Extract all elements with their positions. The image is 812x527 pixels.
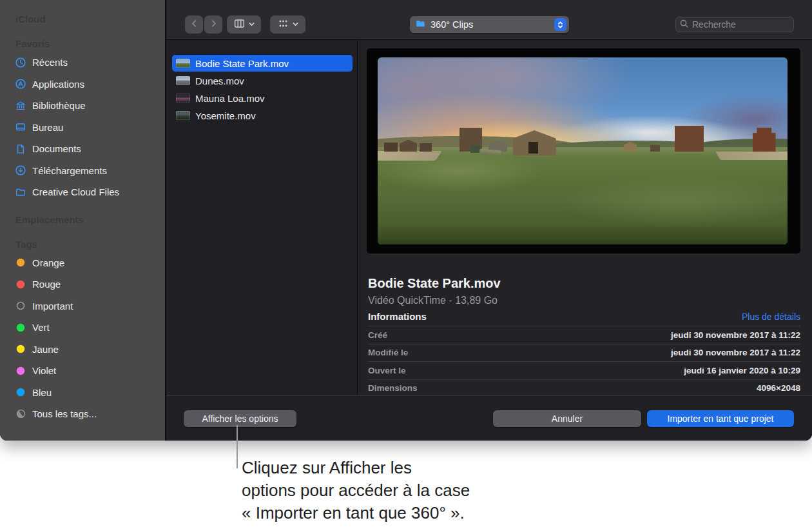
desktop-icon	[14, 121, 27, 134]
sidebar-item-bureau[interactable]: Bureau	[0, 117, 165, 139]
tag-dot-icon	[14, 343, 27, 355]
sidebar-item-jaune[interactable]: Jaune	[0, 339, 165, 361]
sidebar-item-applications[interactable]: Applications	[0, 74, 165, 95]
sidebar-item-bibliotheque[interactable]: Bibliothèque	[0, 95, 165, 117]
tag-dot-icon	[14, 364, 27, 377]
folder-icon	[14, 186, 27, 199]
sidebar-item-label: Violet	[32, 365, 56, 376]
window-content: 360° Clips Bodie State Park.movDunes.mov…	[166, 0, 812, 441]
info-row-value: 4096×2048	[757, 383, 800, 393]
sidebar-item-orange[interactable]: Orange	[0, 252, 165, 274]
sidebar-item-label: Récents	[32, 57, 68, 68]
sidebar-item-recents[interactable]: Récents	[0, 52, 165, 74]
file-name: Dunes.mov	[195, 75, 244, 86]
file-title: Bodie State Park.mov	[368, 275, 800, 291]
caption-line: Cliquez sur Afficher les	[242, 457, 470, 479]
file-name: Yosemite.mov	[195, 110, 256, 121]
group-icon	[277, 17, 289, 32]
sidebar-item-telechargements[interactable]: Téléchargements	[0, 160, 165, 182]
info-row-label: Créé	[368, 330, 387, 340]
sidebar-item-important[interactable]: Important	[0, 295, 165, 317]
file-row-mauna-loa-mov[interactable]: Mauna Loa.mov	[172, 90, 353, 106]
group-by-button[interactable]	[270, 15, 305, 34]
info-row-value: jeudi 30 novembre 2017 à 11:22	[671, 348, 800, 357]
photo-road	[715, 152, 788, 160]
tag-dot-icon	[14, 278, 27, 291]
info-row-value: jeudi 30 novembre 2017 à 11:22	[671, 330, 800, 340]
import-as-project-button[interactable]: Importer en tant que projet	[647, 410, 794, 427]
folder-popup-label: 360° Clips	[430, 19, 554, 30]
sidebar-item-label: Orange	[32, 257, 64, 268]
file-subtitle: Vidéo QuickTime - 13,89 Go	[368, 294, 800, 307]
info-row-dimensions: Dimensions4096×2048	[368, 379, 800, 397]
sidebar-section-header-favoris: Favoris	[15, 36, 165, 52]
toolbar: 360° Clips	[166, 0, 812, 40]
columns-view-icon	[233, 17, 246, 32]
caption-line: « Importer en tant que 360° ».	[242, 502, 470, 524]
sidebar-item-label: Applications	[32, 79, 84, 90]
tag-dot-icon	[14, 321, 27, 334]
info-row-label: Ouvert le	[368, 366, 406, 375]
import-window: iCloudFavorisRécentsApplicationsBiblioth…	[0, 0, 812, 441]
search-field[interactable]	[675, 17, 794, 32]
forward-button[interactable]	[204, 15, 222, 34]
folder-popup-menu[interactable]: 360° Clips	[410, 16, 569, 33]
document-icon	[14, 143, 27, 155]
photo-building	[420, 143, 432, 152]
sidebar-item-label: Bibliothèque	[32, 100, 86, 111]
dialog-footer: Afficher les options Annuler Importer en…	[166, 395, 812, 441]
sidebar-item-label: Rouge	[32, 279, 61, 290]
file-thumbnail	[176, 76, 190, 85]
photo-grass	[378, 147, 788, 244]
chevron-down-icon	[292, 19, 299, 30]
photo-building	[675, 126, 704, 152]
sidebar-item-documents[interactable]: Documents	[0, 138, 165, 160]
folder-icon	[415, 18, 426, 32]
search-input[interactable]	[691, 19, 789, 30]
callout-line	[237, 425, 238, 468]
info-row-label: Dimensions	[368, 383, 418, 393]
finder-sidebar: iCloudFavorisRécentsApplicationsBiblioth…	[0, 0, 165, 441]
browser-body: Bodie State Park.movDunes.movMauna Loa.m…	[166, 41, 812, 395]
view-mode-button[interactable]	[227, 15, 261, 34]
info-row-label: Modifié le	[368, 348, 408, 357]
caption-text: Cliquez sur Afficher les options pour ac…	[242, 457, 470, 524]
info-row-ouvert-le: Ouvert lejeudi 16 janvier 2020 à 10:29	[368, 361, 800, 379]
sidebar-item-label: Vert	[32, 322, 50, 333]
sidebar-item-label: Tous les tags...	[32, 408, 97, 419]
file-row-yosemite-mov[interactable]: Yosemite.mov	[172, 107, 353, 124]
preview-image	[378, 57, 788, 244]
sidebar-item-rouge[interactable]: Rouge	[0, 273, 165, 295]
preview-image-container	[367, 48, 800, 254]
file-row-dunes-mov[interactable]: Dunes.mov	[172, 72, 353, 89]
sidebar-item-creative-cloud-files[interactable]: Creative Cloud Files	[0, 181, 165, 203]
app-store-icon	[14, 77, 27, 90]
photo-building	[528, 142, 538, 154]
sidebar-section-header-emplacements: Emplacements	[15, 212, 165, 228]
sidebar-item-label: Bleu	[32, 387, 52, 398]
file-row-bodie-state-park-mov[interactable]: Bodie State Park.mov	[172, 55, 353, 72]
file-name: Mauna Loa.mov	[195, 93, 265, 104]
search-icon	[680, 19, 688, 30]
sidebar-item-vert[interactable]: Vert	[0, 317, 165, 339]
sidebar-item-label: Important	[32, 301, 73, 312]
tag-outline-icon	[14, 299, 27, 312]
cancel-button[interactable]: Annuler	[493, 410, 641, 427]
back-button[interactable]	[185, 15, 203, 34]
photo-road	[378, 151, 442, 161]
preview-column: Bodie State Park.mov Vidéo QuickTime - 1…	[358, 41, 812, 395]
clock-icon	[14, 56, 27, 69]
file-name: Bodie State Park.mov	[195, 58, 289, 69]
sidebar-item-tous-les-tags[interactable]: Tous les tags...	[0, 403, 165, 425]
sidebar-item-label: Jaune	[32, 344, 59, 355]
sidebar-item-bleu[interactable]: Bleu	[0, 382, 165, 404]
file-thumbnail	[176, 94, 190, 103]
sidebar-item-violet[interactable]: Violet	[0, 360, 165, 382]
show-options-button[interactable]: Afficher les options	[184, 410, 296, 427]
library-icon	[14, 99, 27, 112]
info-section-header: Informations	[368, 310, 427, 323]
more-details-link[interactable]: Plus de détails	[742, 310, 800, 323]
chevron-right-icon	[209, 19, 218, 30]
all-tags-icon	[14, 408, 27, 421]
photo-building	[650, 145, 660, 152]
